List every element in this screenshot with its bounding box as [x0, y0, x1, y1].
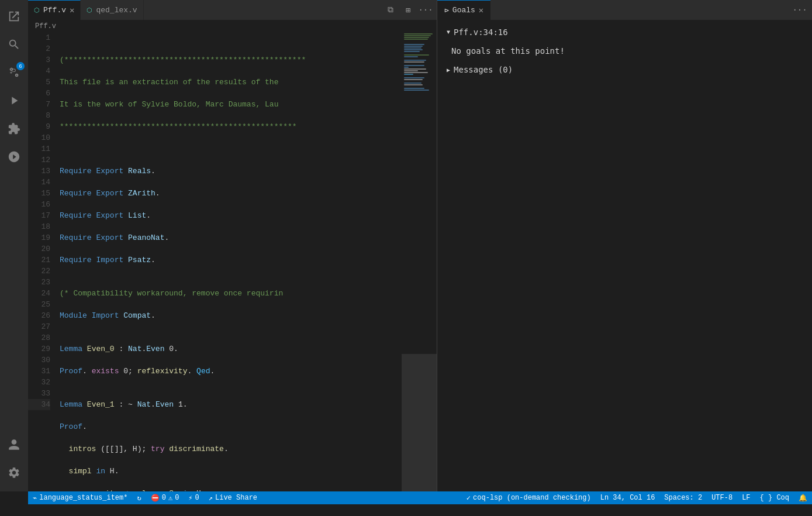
goals-no-goals: No goals at this point! — [451, 46, 803, 56]
goals-tab-actions: ··· — [792, 0, 812, 20]
goals-tab-close[interactable]: ✕ — [479, 5, 483, 15]
code-line-17: Lemma Even_0 : Nat.Even 0. — [60, 343, 402, 355]
language-text: { } Coq — [760, 494, 789, 502]
activity-bar: 6 — [0, 0, 28, 491]
file-label-text: Pff.v — [35, 22, 56, 30]
search-activity-icon[interactable] — [0, 30, 28, 59]
code-line-24: now rewrite <- plus_n_Sm in H. — [60, 488, 402, 491]
source-control-activity-icon[interactable]: 6 — [0, 59, 28, 87]
goals-panel: ⊳ Goals ✕ ··· ▼ Pff.v:34:16 No goals at … — [437, 0, 812, 491]
code-line-22: intros ([[]], H); try discriminate. — [60, 443, 402, 455]
goals-location: ▼ Pff.v:34:16 — [447, 27, 803, 37]
coq-check-icon: ✓ — [467, 494, 471, 503]
notifications-item[interactable]: 🔔 — [794, 491, 812, 504]
language-item[interactable]: { } Coq — [755, 491, 794, 504]
tab-qed-lex[interactable]: ⬡ qed_lex.v — [81, 0, 143, 20]
code-content[interactable]: (***************************************… — [57, 32, 402, 491]
line-ending-item[interactable]: LF — [737, 491, 755, 504]
info-status-item[interactable]: ⚡ 0 — [184, 491, 203, 504]
minimap — [402, 32, 437, 491]
goals-tab-icon: ⊳ — [444, 6, 449, 15]
status-bar: ⌁ language_status_item* ↻ ⛔ 0 ⚠ 0 ⚡ 0 ↗ … — [28, 491, 812, 504]
line-ending-text: LF — [742, 494, 750, 502]
more-actions-button[interactable]: ··· — [418, 2, 433, 18]
info-icon: ⚡ — [188, 494, 192, 503]
settings-activity-icon[interactable] — [0, 459, 28, 487]
tab-qed-lex-icon: ⬡ — [87, 6, 92, 14]
remote-status-item[interactable]: ⌁ language_status_item* — [28, 491, 132, 504]
sync-icon: ↻ — [137, 494, 141, 503]
code-line-4: It is the work of Sylvie Boldo, Marc Dau… — [60, 99, 402, 110]
source-control-badge: 6 — [16, 62, 25, 70]
live-share-icon: ↗ — [209, 494, 213, 503]
code-line-20: Lemma Even_1 : ~ Nat.Even 1. — [60, 399, 402, 410]
tab-pff[interactable]: ⬡ Pff.v ✕ — [28, 0, 81, 20]
goals-content: ▼ Pff.v:34:16 No goals at this point! ▶ … — [437, 20, 812, 491]
tabs-bar: ⬡ Pff.v ✕ ⬡ qed_lex.v ⧉ ⊞ ··· — [28, 0, 437, 20]
error-icon: ⛔ — [151, 494, 160, 503]
tab-qed-lex-label: qed_lex.v — [96, 6, 137, 15]
code-line-15: Module Import Compat. — [60, 310, 402, 321]
split-editor-button[interactable]: ⧉ — [383, 2, 398, 18]
goals-messages[interactable]: ▶ Messages (0) — [447, 65, 803, 74]
account-activity-icon[interactable] — [0, 431, 28, 459]
code-line-9: Require Export ZArith. — [60, 188, 402, 199]
code-line-10: Require Export List. — [60, 210, 402, 221]
run-debug-activity-icon[interactable] — [0, 87, 28, 115]
code-editor[interactable]: 12345 678910 1112131415 1617181920 21222… — [28, 32, 437, 491]
code-line-18: Proof. exists 0; reflexivity. Qed. — [60, 366, 402, 377]
problems-text: 0 — [162, 494, 166, 502]
code-line-14: (* Compatibility workaround, remove once… — [60, 288, 402, 299]
code-line-5: ****************************************… — [60, 121, 402, 132]
coq-check-status[interactable]: ✓ coq-lsp (on-demand checking) — [462, 491, 596, 504]
spaces-text: Spaces: 2 — [664, 494, 702, 502]
goals-location-arrow: ▼ — [447, 29, 450, 36]
coq-check-text: coq-lsp (on-demand checking) — [473, 494, 591, 502]
code-line-2: (***************************************… — [60, 54, 402, 66]
explorer-icon[interactable] — [0, 2, 28, 30]
main-layout: ⬡ Pff.v ✕ ⬡ qed_lex.v ⧉ ⊞ ··· Pff.v 1234… — [28, 0, 812, 491]
goals-messages-arrow: ▶ — [447, 67, 450, 73]
code-line-12: Require Import Psatz. — [60, 254, 402, 266]
remote-status-icon: ⌁ — [33, 494, 37, 503]
extensions-activity-icon[interactable] — [0, 115, 28, 143]
problems-status-item[interactable]: ⛔ 0 ⚠ 0 — [146, 491, 184, 504]
remote-status-text: language_status_item* — [39, 494, 127, 502]
goals-tab-label: Goals — [452, 6, 475, 15]
goals-tab[interactable]: ⊳ Goals ✕ — [437, 0, 490, 20]
goals-location-text: Pff.v:34:16 — [454, 27, 508, 37]
tab-pff-icon: ⬡ — [34, 6, 40, 14]
file-label: Pff.v — [28, 20, 437, 32]
tab-pff-close[interactable]: ✕ — [70, 6, 74, 15]
cursor-position-text: Ln 34, Col 16 — [600, 494, 655, 502]
code-line-21: Proof. — [60, 421, 402, 432]
live-share-item[interactable]: ↗ Live Share — [204, 491, 262, 504]
editor-area: ⬡ Pff.v ✕ ⬡ qed_lex.v ⧉ ⊞ ··· Pff.v 1234… — [28, 0, 437, 491]
spaces-item[interactable]: Spaces: 2 — [659, 491, 707, 504]
warning-icon: ⚠ — [168, 494, 172, 503]
sync-status-item[interactable]: ↻ — [132, 491, 146, 504]
info-text: 0 — [195, 494, 199, 502]
editor-layout-button[interactable]: ⊞ — [400, 2, 416, 18]
code-line-23: simpl in H. — [60, 466, 402, 477]
cursor-position-item[interactable]: Ln 34, Col 16 — [596, 491, 660, 504]
live-share-text: Live Share — [215, 494, 257, 502]
coq-activity-icon[interactable] — [0, 143, 28, 171]
tab-pff-label: Pff.v — [43, 6, 66, 15]
status-right: ✓ coq-lsp (on-demand checking) Ln 34, Co… — [462, 491, 812, 504]
goals-more-actions[interactable]: ··· — [792, 2, 807, 18]
encoding-item[interactable]: UTF-8 — [707, 491, 737, 504]
line-numbers: 12345 678910 1112131415 1617181920 21222… — [28, 32, 57, 491]
minimap-overlay — [402, 354, 437, 492]
goals-tab-bar: ⊳ Goals ✕ ··· — [437, 0, 812, 20]
code-line-3: This file is an extraction of the result… — [60, 77, 402, 88]
goals-messages-text: Messages (0) — [454, 65, 513, 74]
code-line-11: Require Export PeanoNat. — [60, 232, 402, 243]
notification-icon: 🔔 — [799, 494, 807, 503]
warnings-text: 0 — [175, 494, 179, 502]
encoding-text: UTF-8 — [711, 494, 732, 502]
code-line-8: Require Export Reals. — [60, 166, 402, 177]
status-left: ⌁ language_status_item* ↻ ⛔ 0 ⚠ 0 ⚡ 0 ↗ … — [28, 491, 262, 504]
tab-actions: ⧉ ⊞ ··· — [383, 0, 437, 20]
